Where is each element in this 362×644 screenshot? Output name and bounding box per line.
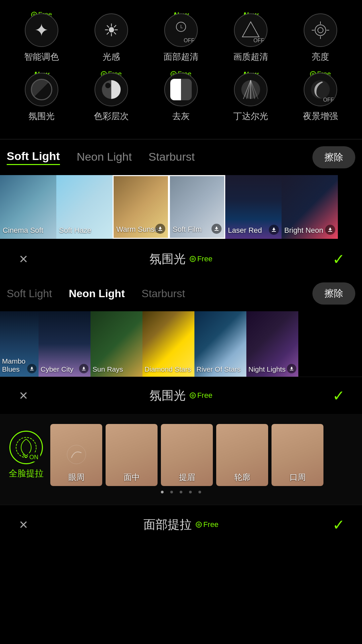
filter-cinema-soft-label: Cinema Soft (3, 226, 43, 235)
face-brow-label: 提眉 (179, 472, 195, 483)
dot-0 (161, 491, 164, 493)
face-main-label: 全脸提拉 (9, 468, 44, 479)
ambient-title-1: 氛围光 (149, 251, 186, 267)
tool-smart-color[interactable]: ⊕ Free ✦ 智能调色 (15, 13, 68, 63)
neon-mambo-download[interactable] (27, 364, 37, 373)
confirm-button-1[interactable]: ✓ (328, 249, 349, 269)
smart-color-icon-wrap: ✦ (25, 13, 58, 47)
face-thumb-brow[interactable]: 提眉 (161, 424, 213, 486)
degray-icon-wrap (164, 73, 198, 106)
tool-color-layer[interactable]: ⊕ Free 色彩层次 (84, 73, 138, 122)
close-button-2[interactable]: × (13, 385, 34, 406)
svg-rect-23 (30, 370, 34, 371)
svg-rect-21 (272, 231, 276, 232)
face-mouth-label: 口周 (290, 472, 306, 483)
filter-laser-download-icon[interactable] (269, 225, 279, 235)
face-mid-label: 面中 (124, 472, 140, 483)
neon-cyber-label: Cyber City (41, 365, 73, 373)
quality-super-icon-wrap: OFF (234, 13, 267, 47)
sun-icon: ☀ (104, 20, 119, 40)
neon-cyber-city[interactable]: Cyber City (39, 311, 90, 377)
neon-tab-starburst[interactable]: Starburst (141, 287, 185, 300)
tool-quality-super[interactable]: New OFF 画质超清 (224, 13, 278, 63)
face-thumb-mid[interactable]: 面中 (106, 424, 158, 486)
face-contour-label: 轮廓 (234, 472, 250, 483)
filter-soft-film-download-icon[interactable] (212, 224, 222, 234)
ambient-free-badge-1: ⊕ Free (190, 255, 212, 263)
svg-point-10 (105, 83, 111, 88)
svg-text:L: L (180, 24, 183, 29)
eye-arrow (65, 443, 88, 468)
neon-sun-rays[interactable]: Sun Rays (90, 311, 142, 377)
filter-laser-red[interactable]: Laser Red (225, 175, 282, 239)
dot-1 (170, 491, 173, 493)
filter-bright-neon[interactable]: Bright Neon (282, 175, 338, 239)
neon-river-stars[interactable]: River Of Stars (194, 311, 246, 377)
light-feel-label: 光感 (103, 51, 120, 63)
tool-ambient[interactable]: New 氛围光 (15, 73, 68, 122)
filter-soft-haze[interactable]: Soft Haze (56, 175, 113, 239)
neon-diamond-label: Diamond Stars (144, 365, 191, 373)
neon-night-download[interactable] (287, 364, 296, 373)
tyndall-label: 丁达尔光 (233, 110, 268, 122)
tool-light-feel[interactable]: ☀ 光感 (84, 13, 138, 63)
color-layer-label: 色彩层次 (94, 110, 129, 122)
erase-button-neon[interactable]: 擦除 (312, 282, 355, 305)
svg-marker-2 (242, 22, 259, 37)
svg-rect-25 (290, 370, 294, 371)
neon-tabs: Soft Light Neon Light Starburst 擦除 (0, 279, 362, 311)
brightness-icon (310, 20, 330, 40)
neon-river-label: River Of Stars (196, 365, 241, 373)
confirm-button-bottom[interactable]: ✓ (328, 515, 349, 535)
face-thumb-mouth[interactable]: 口周 (272, 424, 323, 486)
tab-soft-light[interactable]: Soft Light (7, 150, 60, 165)
on-badge: ON (28, 453, 40, 462)
face-super-icon: L (171, 20, 191, 40)
tab-neon-light[interactable]: Neon Light (77, 150, 132, 165)
face-super-icon-wrap: L OFF (164, 13, 198, 47)
face-main-item[interactable]: ON 全脸提拉 (3, 431, 49, 479)
tool-tyndall[interactable]: New 丁达尔光 (224, 73, 278, 122)
tool-night-boost[interactable]: ⊕ Free OFF 夜景增强 (294, 73, 347, 122)
svg-point-3 (315, 25, 326, 36)
neon-night-label: Night Lights (248, 365, 286, 373)
smart-color-icon: ✦ (34, 20, 49, 40)
brightness-label: 亮度 (312, 51, 329, 63)
soft-light-filter-strip: Cinema Soft Soft Haze Warm Sunset Soft F… (0, 175, 362, 239)
tyndall-icon (240, 79, 261, 100)
svg-point-27 (67, 445, 86, 464)
svg-rect-20 (215, 230, 219, 231)
face-thumb-eye[interactable]: 眼周 (50, 424, 102, 486)
neon-cyber-download[interactable] (79, 364, 88, 373)
filter-warm-download-icon[interactable] (155, 224, 165, 234)
ambient-icon-wrap (25, 73, 58, 106)
smart-color-label: 智能调色 (24, 51, 59, 63)
neon-mambo-blues[interactable]: Mambo Blues (0, 311, 39, 377)
filter-cinema-soft[interactable]: Cinema Soft (0, 175, 56, 239)
neon-diamond-stars[interactable]: Diamond Stars (142, 311, 194, 377)
close-button-1[interactable]: × (13, 249, 34, 269)
ambient-label: 氛围光 (28, 110, 55, 122)
filter-soft-film[interactable]: Soft Film (169, 175, 225, 239)
confirm-button-2[interactable]: ✓ (328, 385, 349, 406)
night-boost-icon-wrap: OFF (304, 73, 337, 106)
dot-2 (180, 491, 182, 493)
erase-button[interactable]: 擦除 (312, 146, 355, 168)
close-button-bottom[interactable]: × (13, 515, 34, 535)
face-row: ON 全脸提拉 眼周 面中 提眉 (0, 424, 362, 486)
neon-night-lights[interactable]: Night Lights (246, 311, 298, 377)
filter-bright-neon-download-icon[interactable] (325, 225, 335, 235)
filter-warm-sunset[interactable]: Warm Sunset (113, 175, 169, 239)
neon-tab-soft-light[interactable]: Soft Light (7, 287, 52, 300)
tab-starburst[interactable]: Starburst (148, 150, 195, 165)
neon-tab-neon-light[interactable]: Neon Light (69, 287, 125, 300)
soft-light-tabs: Soft Light Neon Light Starburst 擦除 (0, 140, 362, 175)
svg-rect-22 (328, 231, 332, 232)
tool-degray[interactable]: ⊕ Free 去灰 (154, 73, 208, 122)
bottom-free-badge: ⊕ Free (196, 520, 218, 529)
filter-soft-film-label: Soft Film (173, 225, 202, 234)
face-thumb-contour[interactable]: 轮廓 (216, 424, 268, 486)
light-feel-icon-wrap: ☀ (95, 13, 128, 47)
tool-face-super[interactable]: New L OFF 面部超清 (154, 13, 208, 63)
tool-brightness[interactable]: 亮度 (294, 13, 347, 63)
